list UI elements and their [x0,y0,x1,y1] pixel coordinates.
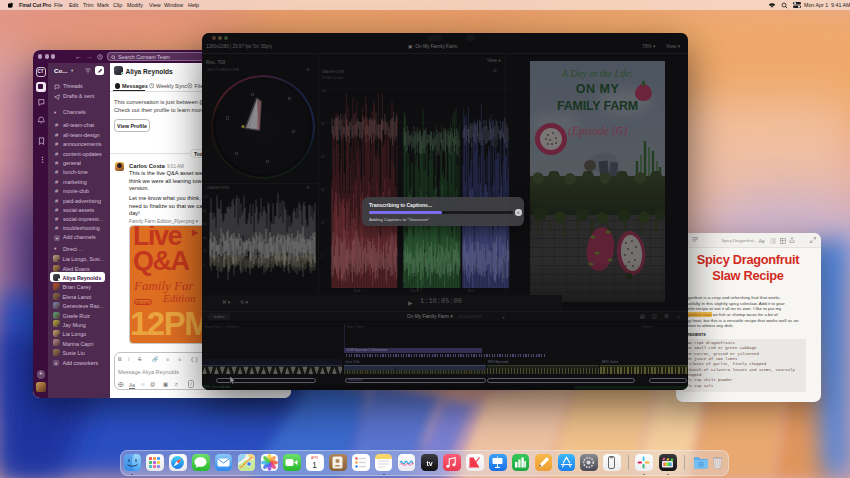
svg-text:tv: tv [426,459,432,466]
svg-text:1: 1 [313,459,318,469]
